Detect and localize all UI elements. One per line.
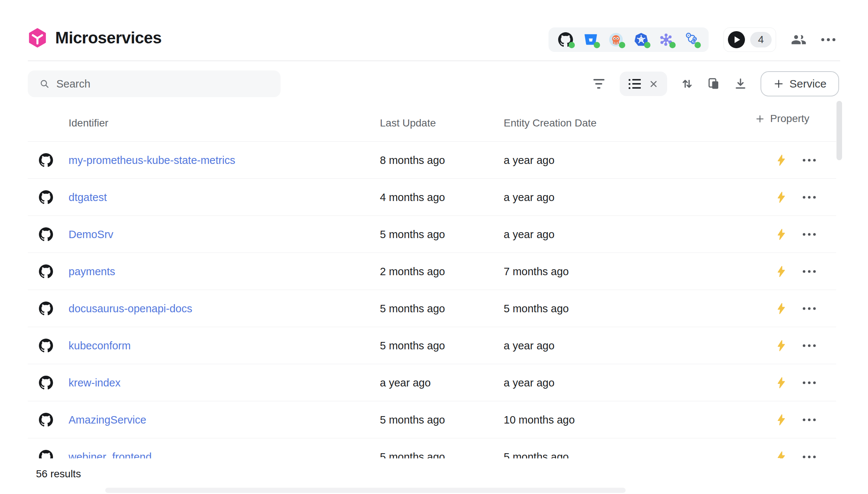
column-header-last-update[interactable]: Last Update <box>380 117 436 129</box>
header-more-options-button[interactable] <box>821 38 835 41</box>
copy-icon[interactable] <box>707 77 720 90</box>
column-header-identifier[interactable]: Identifier <box>69 117 108 129</box>
lightning-bolt-icon[interactable] <box>775 376 788 389</box>
table-header-row: Identifier Last Update Entity Creation D… <box>28 104 836 142</box>
table-row: AmazingService 5 months ago 10 months ag… <box>28 401 836 438</box>
header-divider <box>28 60 840 61</box>
vertical-scrollbar-thumb[interactable] <box>836 101 842 160</box>
row-more-actions-button[interactable] <box>803 307 816 310</box>
table-row: krew-index a year ago a year ago <box>28 364 836 401</box>
list-view-filter-chip[interactable] <box>620 72 667 96</box>
add-property-button[interactable]: Property <box>755 113 809 125</box>
row-more-actions-button[interactable] <box>803 233 816 236</box>
table-row: kubeconform 5 months ago a year ago <box>28 327 836 364</box>
row-entity-creation-date: 5 months ago <box>504 302 569 314</box>
table-row: my-prometheus-kube-state-metrics 8 month… <box>28 142 836 179</box>
row-entity-creation-date: a year ago <box>504 154 554 166</box>
row-more-actions-button[interactable] <box>803 159 816 161</box>
github-integration-icon[interactable] <box>558 32 573 47</box>
lightning-bolt-icon[interactable] <box>775 451 788 459</box>
table-row: DemoSrv 5 months ago a year ago <box>28 216 836 253</box>
sort-icon[interactable] <box>680 77 694 90</box>
search-box[interactable] <box>28 70 281 97</box>
row-entity-creation-date: a year ago <box>504 339 554 352</box>
lightning-bolt-icon[interactable] <box>775 191 788 204</box>
github-icon <box>39 339 53 353</box>
play-icon[interactable] <box>728 31 745 48</box>
row-identifier-link[interactable]: AmazingService <box>69 414 146 426</box>
table-row: dtgatest 4 months ago a year ago <box>28 179 836 216</box>
status-dot <box>594 42 600 48</box>
lightning-bolt-icon[interactable] <box>775 154 788 167</box>
row-last-update: 5 months ago <box>380 228 445 240</box>
github-icon <box>39 264 53 279</box>
row-entity-creation-date: 5 months ago <box>504 451 569 458</box>
horizontal-scrollbar[interactable] <box>105 488 626 493</box>
people-icon[interactable] <box>791 32 806 47</box>
row-identifier-link[interactable]: docusaurus-openapi-docs <box>69 302 192 314</box>
header-actions: 4 <box>549 27 835 52</box>
table-row: payments 2 months ago 7 months ago <box>28 253 836 290</box>
table-row: docusaurus-openapi-docs 5 months ago 5 m… <box>28 290 836 327</box>
row-entity-creation-date: a year ago <box>504 191 554 203</box>
status-dot <box>644 42 650 48</box>
kubernetes-integration-icon[interactable] <box>634 32 649 47</box>
table-rows: my-prometheus-kube-state-metrics 8 month… <box>28 142 836 458</box>
lightning-bolt-icon[interactable] <box>775 228 788 241</box>
row-last-update: 5 months ago <box>380 339 445 352</box>
status-dot <box>569 42 575 48</box>
page-title: Microservices <box>55 29 162 47</box>
row-identifier-link[interactable]: dtgatest <box>69 191 107 203</box>
lightning-bolt-icon[interactable] <box>775 339 788 352</box>
close-icon[interactable] <box>649 79 658 89</box>
filter-icon[interactable] <box>592 79 606 89</box>
cluster-integration-icon[interactable] <box>659 32 674 47</box>
table-row: webiner_frontend 5 months ago 5 months a… <box>28 438 836 458</box>
runs-indicator[interactable]: 4 <box>723 27 776 52</box>
github-icon <box>39 302 53 316</box>
row-identifier-link[interactable]: kubeconform <box>69 339 131 352</box>
add-service-label: Service <box>789 78 826 90</box>
status-dot <box>695 42 701 48</box>
github-icon <box>39 413 53 427</box>
lightning-bolt-icon[interactable] <box>775 302 788 315</box>
row-last-update: 5 months ago <box>380 414 445 426</box>
row-last-update: 8 months ago <box>380 154 445 166</box>
row-identifier-link[interactable]: krew-index <box>69 376 120 389</box>
lightning-bolt-icon[interactable] <box>775 265 788 278</box>
lightning-bolt-icon[interactable] <box>775 414 788 426</box>
row-identifier-link[interactable]: my-prometheus-kube-state-metrics <box>69 154 235 166</box>
row-more-actions-button[interactable] <box>803 196 816 198</box>
row-entity-creation-date: 7 months ago <box>504 265 569 277</box>
row-identifier-link[interactable]: DemoSrv <box>69 228 113 240</box>
row-more-actions-button[interactable] <box>803 344 816 347</box>
blueprint-cube-icon <box>28 28 47 47</box>
row-more-actions-button[interactable] <box>803 455 816 458</box>
github-icon <box>39 450 53 459</box>
status-dot <box>669 42 676 48</box>
add-service-button[interactable]: Service <box>761 71 839 96</box>
pipelines-integration-icon[interactable] <box>684 32 699 47</box>
column-header-creation-date[interactable]: Entity Creation Date <box>504 117 597 129</box>
results-count: 56 results <box>36 468 81 480</box>
github-icon <box>39 227 53 241</box>
row-entity-creation-date: a year ago <box>504 228 554 240</box>
add-property-label: Property <box>770 113 809 125</box>
list-view-icon <box>629 79 641 89</box>
row-more-actions-button[interactable] <box>803 381 816 384</box>
plus-icon <box>755 114 765 124</box>
argocd-integration-icon[interactable] <box>609 32 623 47</box>
row-last-update: 4 months ago <box>380 191 445 203</box>
search-input[interactable] <box>56 78 273 90</box>
row-identifier-link[interactable]: webiner_frontend <box>69 451 152 458</box>
row-last-update: 5 months ago <box>380 451 445 458</box>
row-last-update: 2 months ago <box>380 265 445 277</box>
row-more-actions-button[interactable] <box>803 270 816 273</box>
row-entity-creation-date: a year ago <box>504 376 554 389</box>
row-last-update: a year ago <box>380 376 431 389</box>
download-icon[interactable] <box>734 77 747 90</box>
bitbucket-integration-icon[interactable] <box>583 32 598 47</box>
github-icon <box>39 153 53 167</box>
row-identifier-link[interactable]: payments <box>69 265 115 277</box>
row-more-actions-button[interactable] <box>803 418 816 421</box>
